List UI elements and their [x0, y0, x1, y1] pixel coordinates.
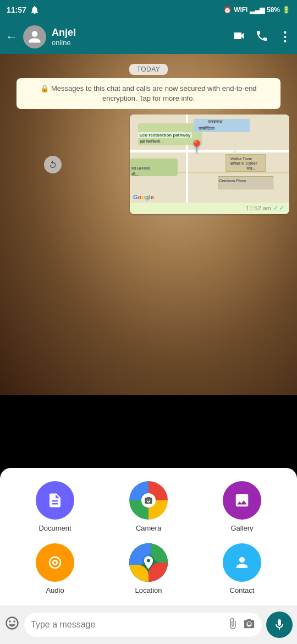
mic-icon [273, 618, 286, 631]
audio-label: Audio [46, 586, 64, 594]
status-alarm: ⏰ [223, 6, 232, 14]
attachment-item-camera[interactable]: Camera [105, 481, 193, 532]
map-label-1: पास्वनाथ [206, 119, 224, 125]
location-pin-icon [141, 555, 156, 570]
map-label-4: इको रेस्टोरेशनो... [138, 139, 166, 145]
date-label: TODAY [129, 64, 168, 75]
map-label-7: ild Greens [130, 166, 152, 171]
location-label: Location [135, 586, 162, 594]
mic-button[interactable] [266, 612, 293, 638]
phone-icon [255, 29, 268, 42]
battery-icon: 🔋 [282, 6, 290, 14]
back-button[interactable]: ← [6, 30, 18, 44]
location-bg [129, 543, 168, 582]
status-battery: 58% [267, 6, 280, 14]
contact-info[interactable]: Anjel online [52, 27, 227, 47]
attachment-button[interactable] [227, 618, 239, 632]
status-signal: ▂▄▆ [250, 6, 265, 14]
map-label-3: Eco restoration pathway [138, 132, 193, 138]
attachment-item-document[interactable]: Document [11, 481, 99, 532]
chat-content: TODAY 🔒 Messages to this chat and calls … [0, 54, 297, 395]
video-call-button[interactable] [232, 29, 245, 45]
avatar[interactable] [23, 25, 46, 48]
contact-status: online [52, 39, 227, 47]
message-input-wrapper [24, 613, 262, 637]
attachment-item-gallery[interactable]: Gallery [198, 481, 286, 532]
menu-button[interactable]: ⋮ [278, 29, 292, 45]
map-pin: 📍 [189, 140, 204, 154]
status-bar-left: 11:57 [7, 5, 40, 15]
chat-header: ← Anjel online ⋮ [0, 20, 297, 54]
map-timestamp: 11:52 am ✓✓ [130, 203, 289, 214]
document-label: Document [38, 524, 71, 532]
message-input-field[interactable] [31, 620, 222, 630]
camera-label: Camera [136, 524, 161, 532]
date-badge: TODAY [6, 64, 292, 74]
location-icon-circle [129, 543, 168, 582]
document-icon-circle [36, 481, 74, 520]
audio-icon [47, 554, 63, 571]
encryption-text: 🔒 Messages to this chat and calls are no… [40, 84, 256, 102]
camera-small-button[interactable] [243, 618, 255, 632]
clip-icon [227, 618, 239, 630]
attachment-item-location[interactable]: Location [105, 543, 193, 594]
gallery-label: Gallery [230, 524, 253, 532]
gallery-icon [234, 492, 250, 509]
chat-area: TODAY 🔒 Messages to this chat and calls … [0, 54, 297, 395]
google-logo: Google [133, 194, 154, 200]
video-call-icon [232, 29, 245, 42]
header-icons: ⋮ [232, 29, 292, 45]
status-wifi: WiFi [234, 6, 248, 14]
contact-name: Anjel [52, 27, 227, 39]
map-label-2: एक्सोटिका [197, 125, 216, 132]
contact-label: Contact [230, 586, 255, 594]
attachment-item-audio[interactable]: Audio [11, 543, 99, 594]
voice-call-button[interactable] [255, 29, 268, 45]
map-label-8: सी... [130, 172, 140, 177]
camera-icon [144, 496, 153, 505]
message-ticks: ✓✓ [273, 204, 285, 212]
map-image: पास्वनाथ एक्सोटिका Eco restoration pathw… [130, 114, 289, 203]
map-label-11: साइ... [245, 166, 257, 171]
camera-icon-circle [129, 481, 168, 520]
map-message[interactable]: पास्वनाथ एक्सोटिका Eco restoration pathw… [50, 114, 289, 214]
emoji-button[interactable] [4, 615, 20, 635]
map-road [130, 150, 289, 152]
attachment-menu: Document Camera Gallery [0, 468, 297, 605]
emoji-icon [4, 615, 20, 631]
input-bar [0, 605, 297, 644]
contact-icon [234, 554, 250, 571]
audio-icon-circle [36, 543, 74, 582]
avatar-icon [28, 30, 42, 44]
map-canvas: पास्वनाथ एक्सोटिका Eco restoration pathw… [130, 114, 289, 203]
document-icon [47, 492, 63, 509]
camera-small-icon [243, 618, 255, 630]
attachment-grid: Document Camera Gallery [11, 481, 286, 594]
notification-icon [30, 5, 40, 15]
forward-icon [48, 160, 57, 169]
contact-icon-circle [223, 543, 261, 582]
map-label-10: Cyber [245, 161, 259, 166]
gallery-icon-circle [223, 481, 261, 520]
status-time: 11:57 [7, 6, 26, 14]
attachment-item-contact[interactable]: Contact [198, 543, 286, 594]
camera-inner [141, 493, 156, 507]
map-bubble[interactable]: पास्वनाथ एक्सोटिका Eco restoration pathw… [130, 114, 289, 214]
status-bar: 11:57 ⏰ WiFi ▂▄▆ 58% 🔋 [0, 0, 297, 20]
map-label-9: Centrum Plaza [218, 178, 248, 183]
forward-button[interactable] [44, 156, 62, 173]
message-time: 11:52 am [246, 205, 271, 211]
encryption-notice[interactable]: 🔒 Messages to this chat and calls are no… [16, 78, 280, 109]
status-bar-right: ⏰ WiFi ▂▄▆ 58% 🔋 [223, 6, 290, 14]
